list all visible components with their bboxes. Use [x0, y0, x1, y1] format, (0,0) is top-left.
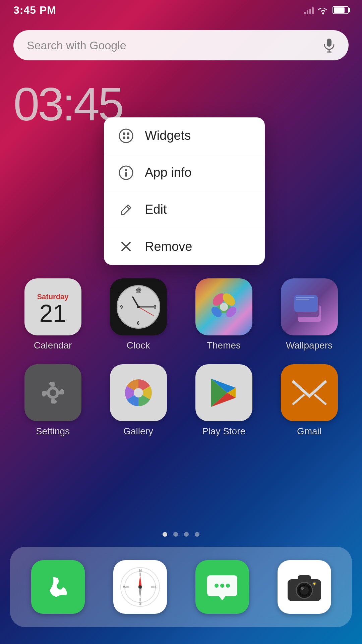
menu-item-remove[interactable]: Remove [104, 228, 265, 265]
battery-icon [333, 6, 349, 14]
wifi-icon [318, 6, 328, 14]
svg-line-11 [127, 206, 129, 209]
messages-dock-icon [195, 560, 249, 614]
search-bar[interactable]: Search with Google [13, 30, 349, 60]
widgets-icon [117, 127, 135, 145]
dock-item-safari[interactable]: N S E W [113, 560, 167, 614]
svg-point-52 [138, 585, 142, 589]
menu-widgets-label: Widgets [145, 128, 191, 143]
svg-rect-10 [125, 172, 127, 177]
status-icons [304, 6, 349, 14]
menu-item-widgets[interactable]: Widgets [104, 117, 265, 154]
phone-dock-icon [31, 560, 85, 614]
safari-dock-icon: N S E W [113, 560, 167, 614]
menu-edit-label: Edit [145, 202, 167, 217]
status-time: 3:45 PM [13, 4, 56, 16]
svg-rect-0 [327, 39, 331, 47]
svg-text:S: S [139, 601, 141, 605]
menu-item-app-info[interactable]: App info [104, 154, 265, 191]
svg-point-3 [119, 129, 133, 143]
svg-text:E: E [155, 585, 158, 589]
camera-dock-icon [278, 560, 331, 614]
svg-rect-57 [298, 575, 311, 582]
info-icon [117, 164, 135, 181]
svg-rect-5 [127, 132, 129, 135]
dock-item-phone[interactable] [31, 560, 85, 614]
signal-icon [304, 6, 314, 14]
svg-rect-6 [123, 137, 125, 139]
menu-item-edit[interactable]: Edit [104, 191, 265, 228]
svg-text:W: W [123, 585, 127, 589]
svg-point-54 [220, 584, 224, 588]
search-placeholder: Search with Google [27, 39, 323, 52]
context-menu: Widgets App info Edit R [104, 117, 265, 265]
svg-point-61 [301, 587, 304, 590]
svg-point-60 [300, 586, 309, 595]
mic-icon[interactable] [323, 38, 335, 53]
edit-icon [117, 201, 135, 218]
status-bar: 3:45 PM [0, 0, 362, 20]
svg-rect-7 [127, 137, 129, 139]
svg-point-55 [226, 584, 230, 588]
svg-point-63 [313, 583, 315, 585]
menu-remove-label: Remove [145, 239, 192, 254]
svg-point-53 [215, 584, 219, 588]
svg-point-9 [125, 169, 127, 171]
svg-text:N: N [139, 569, 142, 573]
remove-icon [117, 238, 135, 255]
svg-rect-4 [123, 132, 125, 135]
dock-item-messages[interactable] [195, 560, 249, 614]
dock-item-camera[interactable] [278, 560, 331, 614]
menu-app-info-label: App info [145, 165, 191, 180]
dock: N S E W [10, 547, 352, 627]
